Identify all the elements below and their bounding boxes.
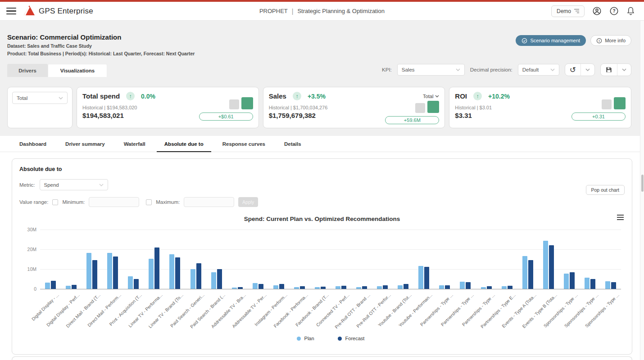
maximum-checkbox[interactable] xyxy=(146,199,152,205)
bar-plan[interactable] xyxy=(273,285,278,289)
tab-dashboard[interactable]: Dashboard xyxy=(12,136,54,152)
bar-plan[interactable] xyxy=(190,269,195,289)
bar-forecast[interactable] xyxy=(154,248,159,289)
bar-plan[interactable] xyxy=(543,241,548,289)
bar-plan[interactable] xyxy=(169,254,174,289)
x-axis-label: Addressable TV - Per... xyxy=(231,292,268,329)
bar-forecast[interactable] xyxy=(549,245,554,289)
tab-waterfall[interactable]: Waterfall xyxy=(116,136,153,152)
reset-button[interactable]: ↺ xyxy=(565,64,581,76)
scope-select[interactable]: Total xyxy=(12,92,68,104)
bar-forecast[interactable] xyxy=(72,285,77,289)
value-range-label: Value range: xyxy=(19,199,48,205)
more-info-button[interactable]: i More info xyxy=(590,35,631,46)
apply-button[interactable]: Apply xyxy=(238,197,258,207)
minimum-input[interactable] xyxy=(89,197,139,207)
chevron-down-icon xyxy=(456,68,460,71)
bar-forecast[interactable] xyxy=(92,260,97,289)
bar-plan[interactable] xyxy=(585,278,590,289)
bar-plan[interactable] xyxy=(149,259,154,289)
bar-forecast[interactable] xyxy=(134,279,139,289)
help-icon[interactable]: ? xyxy=(609,6,619,16)
bar-forecast[interactable] xyxy=(196,263,201,289)
bar-forecast[interactable] xyxy=(383,285,388,289)
bar-plan[interactable] xyxy=(460,282,465,289)
bar-forecast[interactable] xyxy=(508,286,512,289)
sales-scope-select[interactable]: Total xyxy=(423,94,439,99)
bar-plan[interactable] xyxy=(439,285,444,289)
kpi-select[interactable]: Sales xyxy=(397,64,465,76)
bar-forecast[interactable] xyxy=(113,256,118,289)
tab-details[interactable]: Details xyxy=(277,136,309,152)
legend-item-plan[interactable]: Plan xyxy=(297,336,314,341)
bar-forecast[interactable] xyxy=(217,269,222,289)
bar-plan[interactable] xyxy=(128,276,133,289)
reset-options-button[interactable] xyxy=(581,64,594,76)
scenario-management-button[interactable]: Scenario management xyxy=(516,35,586,46)
bar-forecast[interactable] xyxy=(466,282,471,289)
delta-pill: +0.31 xyxy=(571,112,626,121)
kpi-delta-percent: +3.5% xyxy=(308,93,326,100)
bar-plan[interactable] xyxy=(564,274,569,289)
bar-plan[interactable] xyxy=(253,283,258,289)
metric-label: Metric: xyxy=(19,182,35,188)
account-icon[interactable] xyxy=(592,6,602,16)
save-options-button[interactable] xyxy=(617,64,631,76)
bar-forecast[interactable] xyxy=(445,285,450,289)
scrollbar-thumb[interactable] xyxy=(641,175,644,192)
bar-plan[interactable] xyxy=(522,256,527,289)
app-subtitle: Strategic Planning & Optimization xyxy=(297,8,385,14)
chart: 30M20M10M0 Digital Display - ...Digital … xyxy=(40,230,621,341)
maximum-input[interactable] xyxy=(184,197,234,207)
bar-forecast[interactable] xyxy=(259,284,263,289)
demo-label: Demo xyxy=(557,8,571,14)
legend-item-forecast[interactable]: Forecast xyxy=(338,336,365,341)
bar-forecast[interactable] xyxy=(611,282,616,289)
chart-menu-icon[interactable] xyxy=(617,215,624,220)
bar-plan[interactable] xyxy=(418,266,423,289)
bar-forecast[interactable] xyxy=(590,279,595,289)
kpi-card-title: ROI xyxy=(455,92,467,100)
bar-plan[interactable] xyxy=(211,272,216,289)
bar-forecast[interactable] xyxy=(570,272,575,289)
pop-out-chart-button[interactable]: Pop out chart xyxy=(586,185,625,195)
bar-forecast[interactable] xyxy=(341,286,346,289)
forecast-square xyxy=(614,97,626,109)
bar-forecast[interactable] xyxy=(424,267,429,289)
bar-plan[interactable] xyxy=(66,286,71,289)
save-button[interactable] xyxy=(601,64,617,76)
metric-select[interactable]: Spend xyxy=(40,179,108,190)
scenario-header: Scenario: Commercial Optimization Datase… xyxy=(0,21,644,56)
tab-driver-summary[interactable]: Driver summary xyxy=(58,136,113,152)
tab-absolute-due-to[interactable]: Absolute due to xyxy=(157,136,211,152)
bar-forecast[interactable] xyxy=(279,284,284,289)
historical-square xyxy=(415,103,425,113)
bar-plan[interactable] xyxy=(45,283,50,289)
bar-plan[interactable] xyxy=(86,253,91,289)
bar-forecast[interactable] xyxy=(404,284,408,289)
x-axis-label: Direct Mail - Brand (T... xyxy=(65,292,101,328)
tab-visualizations[interactable]: Visualizations xyxy=(48,64,107,77)
demo-environment-button[interactable]: Demo xyxy=(551,5,585,17)
notifications-bell-icon[interactable] xyxy=(626,6,635,16)
tab-response-curves[interactable]: Response curves xyxy=(215,136,273,152)
gridline xyxy=(40,249,621,250)
bar-plan[interactable] xyxy=(605,281,610,289)
bar-forecast[interactable] xyxy=(528,260,533,289)
forecast-square xyxy=(427,101,439,113)
bar-plan[interactable] xyxy=(107,253,112,289)
x-axis-label: Paid Search - Brand (... xyxy=(189,292,226,329)
precision-select[interactable]: Default xyxy=(518,64,559,76)
title-divider: | xyxy=(292,8,294,15)
bar-forecast[interactable] xyxy=(175,257,180,289)
bar-forecast[interactable] xyxy=(51,281,56,289)
minimum-checkbox[interactable] xyxy=(52,199,58,205)
legend-label: Plan xyxy=(304,336,314,341)
save-icon xyxy=(605,66,612,73)
x-axis-label: Events - Type A (Tota... xyxy=(501,292,537,328)
gridline xyxy=(40,230,621,230)
bar-plan[interactable] xyxy=(398,285,403,289)
x-axis-label: Events - Type B (Tota... xyxy=(521,292,558,329)
hamburger-menu-icon[interactable] xyxy=(6,8,16,15)
tab-drivers[interactable]: Drivers xyxy=(7,64,48,77)
